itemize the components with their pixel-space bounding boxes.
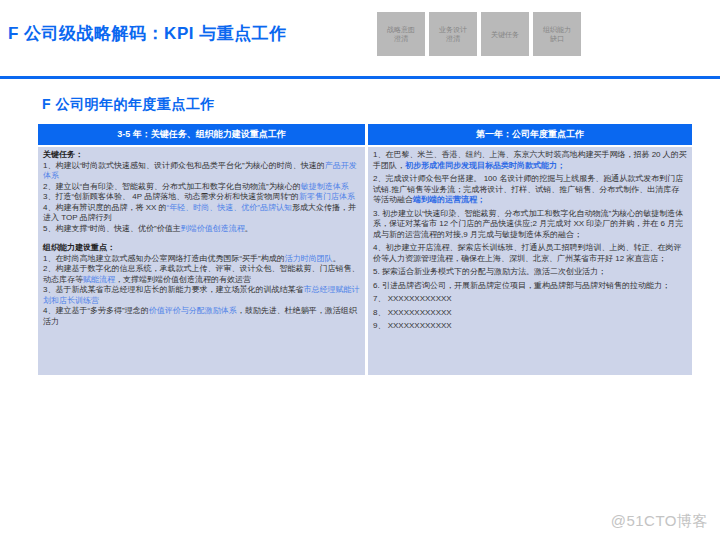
slide: F 公司级战略解码：KPI 与重点工作 战略意图 澄清 业务设计 澄清 关键任务…	[0, 0, 720, 540]
list-item: 4、建立基于“多劳多得”理念的价值评价与分配激励体系，鼓励先进、杜绝躺平，激活组…	[43, 306, 360, 327]
list-item: 1、构建以“时尚款式快速感知、设计师众包和品类平台化”为核心的时尚、快速的产品开…	[43, 161, 360, 182]
cell-key-tasks-and-org-capability: 关键任务：1、构建以“时尚款式快速感知、设计师众包和品类平台化”为核心的时尚、快…	[38, 147, 365, 375]
section-title: F 公司明年的年度重点工作	[42, 96, 692, 114]
emphasis-text: 端到端的运营流程；	[413, 195, 485, 204]
emphasis-text: 活力时尚团队	[285, 254, 333, 263]
list-item: 3. 初步建立以“快速印染、智能裁剪、分布式加工和数字化自动物流”为核心的敏捷制…	[373, 209, 687, 241]
nav-box-business-design[interactable]: 业务设计 澄清	[429, 12, 477, 56]
emphasis-text: 价值评价与分配激励体系	[149, 306, 237, 315]
group-heading: 组织能力建设重点：	[43, 243, 360, 254]
nav-box-org-capability-gap[interactable]: 组织能力 缺口	[533, 12, 581, 56]
key-work-table: 3-5 年：关键任务、组织能力建设重点工作 第一年：公司年度重点工作 关键任务：…	[38, 124, 692, 375]
table-body-row: 关键任务：1、构建以“时尚款式快速感知、设计师众包和品类平台化”为核心的时尚、快…	[38, 147, 692, 375]
list-item: 2、构建基于数字化的信息系统，承载款式上传、评审、设计众包、智能裁剪、门店销售、…	[43, 264, 360, 285]
task-group: 关键任务：1、构建以“时尚款式快速感知、设计师众包和品类平台化”为核心的时尚、快…	[43, 150, 360, 234]
list-item: 3、打造“创新顾客体验、 4P 品牌落地、动态需求分析和快速货物周转”的新零售门…	[43, 192, 360, 203]
table-header-row: 3-5 年：关键任务、组织能力建设重点工作 第一年：公司年度重点工作	[38, 124, 692, 145]
table-header-first-year: 第一年：公司年度重点工作	[368, 124, 692, 145]
emphasis-text: 敏捷制造体系	[301, 182, 349, 191]
emphasis-text: 初步形成准同步发现目标品类时尚款式能力；	[405, 161, 565, 170]
header-divider	[0, 76, 720, 79]
cell-annual-key-work: 1、在巴黎、米兰、香港、纽约、上海、东京六大时装高地构建买手网络，招募 20 人…	[368, 147, 692, 375]
list-item: 9、 XXXXXXXXXXXX	[373, 321, 687, 332]
list-item: 3、基于新战某省市总经理和店长的新能力要求，建立场景化的训战结某省市总经理赋能计…	[43, 285, 360, 306]
main-content: F 公司明年的年度重点工作 3-5 年：关键任务、组织能力建设重点工作 第一年：…	[38, 96, 692, 375]
emphasis-text: 赋能流程	[83, 275, 115, 284]
list-item: 6. 引进品牌咨询公司，开展新品牌定位项目，重构品牌部与品牌对销售的拉动能力；	[373, 281, 687, 292]
emphasis-text: 新零售门店体系	[299, 192, 355, 201]
nav-box-key-tasks[interactable]: 关键任务	[481, 12, 529, 56]
list-item: 2、建立以“自有印染、智能裁剪、分布式加工和数字化自动物流”为核心的敏捷制造体系	[43, 182, 360, 193]
group-heading: 关键任务：	[43, 150, 360, 161]
table-header-3-5-years: 3-5 年：关键任务、组织能力建设重点工作	[38, 124, 365, 145]
process-nav: 战略意图 澄清 业务设计 澄清 关键任务 组织能力 缺口	[377, 12, 581, 56]
list-item: 8、 XXXXXXXXXXXX	[373, 308, 687, 319]
list-item: 1、在时尚高地建立款式感知办公室网络打造由优秀国际“买手”构成的活力时尚团队。	[43, 254, 360, 265]
list-item: 7、 XXXXXXXXXXXX	[373, 294, 687, 305]
emphasis-text: “年轻、时尚、快速、优价”品牌认知	[167, 203, 292, 212]
list-item: 4、初步建立开店流程、探索店长训练班、打通从员工招聘到培训、上岗、转正、在岗评价…	[373, 243, 687, 264]
watermark: @51CTO博客	[611, 512, 708, 531]
list-item: 2、完成设计师众包平台搭建。 100 名设计师的挖掘与上线服务、跑通从款式发布到…	[373, 174, 687, 206]
list-item: 5. 探索适合新业务模式下的分配与激励方法。激活二次创业活力；	[373, 267, 687, 278]
page-title: F 公司级战略解码：KPI 与重点工作	[8, 22, 287, 45]
emphasis-text: 到端价值创造流程	[181, 224, 245, 233]
list-item: 4、构建有辨识度的品牌，将 XX 的“年轻、时尚、快速、优价”品牌认知形成大众传…	[43, 203, 360, 224]
list-item: 5、构建支撑“时尚、快速、优价”价值主到端价值创造流程。	[43, 224, 360, 235]
list-item: 1、在巴黎、米兰、香港、纽约、上海、东京六大时装高地构建买手网络，招募 20 人…	[373, 150, 687, 171]
nav-box-strategy-intent[interactable]: 战略意图 澄清	[377, 12, 425, 56]
task-group: 组织能力建设重点：1、在时尚高地建立款式感知办公室网络打造由优秀国际“买手”构成…	[43, 243, 360, 327]
